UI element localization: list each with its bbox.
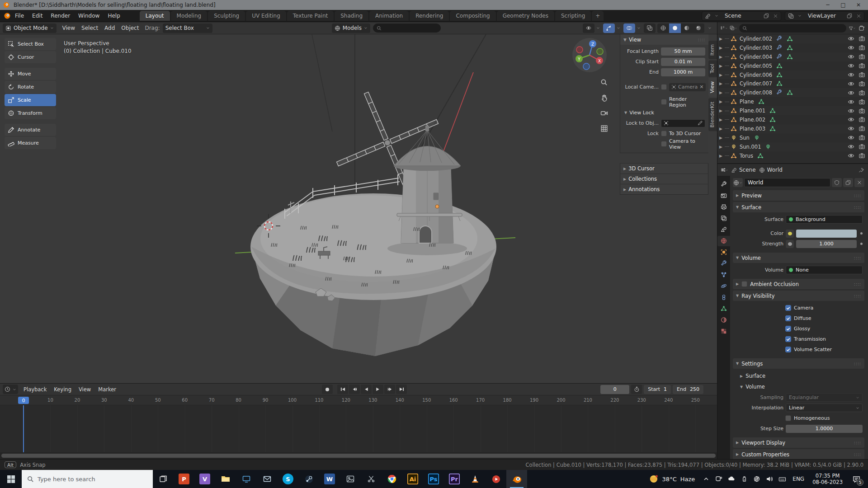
object-name[interactable]: Cylinder.002 [740, 36, 772, 42]
viewport-display-panel-header[interactable]: ▶ Viewport Display :::: [733, 437, 864, 448]
properties-tab-material[interactable] [717, 315, 730, 325]
expand-caret-icon[interactable]: ▶ [719, 108, 723, 113]
outliner-row-cylinder-003[interactable]: ▶Cylinder.003 [717, 43, 868, 52]
object-name[interactable]: Sun [740, 135, 750, 141]
clip-end-field[interactable]: 1000 m [661, 68, 705, 76]
outliner-editor-type-button[interactable] [720, 24, 727, 32]
outliner-row-plane-003[interactable]: ▶Plane.003 [717, 124, 868, 133]
tab-compositing[interactable]: Compositing [450, 11, 495, 21]
timeline-menu-marker[interactable]: Marker [94, 385, 120, 394]
weather-widget[interactable]: 38°C Haze [644, 474, 700, 484]
next-keyframe-button[interactable] [384, 385, 395, 394]
step-size-field[interactable]: 1.0000 [786, 425, 863, 433]
hide-eye-icon[interactable] [848, 89, 854, 96]
n-panel-tab-item[interactable]: Item [708, 41, 717, 59]
vlc-icon[interactable] [465, 470, 486, 488]
chevron-down-icon[interactable] [615, 23, 622, 33]
drag-tool-dropdown[interactable]: Select Box [163, 23, 212, 33]
mesh-data-icon[interactable] [769, 117, 776, 123]
expand-caret-icon[interactable]: ▶ [719, 99, 723, 104]
outliner-row-cylinder-005[interactable]: ▶Cylinder.005 [717, 61, 868, 70]
viewport-menu-view[interactable]: View [59, 23, 78, 33]
homogeneous-checkbox[interactable] [785, 415, 791, 421]
touch-keyboard-icon[interactable] [776, 470, 788, 488]
tool-cursor[interactable]: Cursor [5, 51, 56, 63]
hide-eye-icon[interactable] [848, 44, 854, 51]
outliner-row-cylinder-004[interactable]: ▶Cylinder.004 [717, 52, 868, 61]
glossy-checkbox[interactable] [785, 326, 791, 332]
unlink-x-icon[interactable] [854, 178, 864, 187]
copy-icon[interactable] [846, 12, 853, 19]
disable-render-camera-icon[interactable] [859, 71, 865, 78]
shading-wireframe-button[interactable] [657, 23, 669, 33]
expand-caret-icon[interactable]: ▶ [719, 136, 723, 140]
panel-annotations[interactable]: ▶Annotations [620, 184, 708, 194]
local-camera-checkbox[interactable] [661, 84, 667, 90]
close-icon[interactable] [772, 12, 779, 19]
hide-eye-icon[interactable] [848, 116, 854, 123]
hide-eye-icon[interactable] [848, 80, 854, 87]
modifier-wrench-icon[interactable] [776, 89, 783, 96]
object-name[interactable]: Sun.001 [740, 144, 761, 150]
volume-icon[interactable] [764, 470, 775, 488]
visual-studio-icon[interactable]: V [194, 470, 215, 488]
close-icon[interactable] [855, 12, 862, 19]
eyedropper-icon[interactable] [698, 121, 703, 126]
disable-render-camera-icon[interactable] [859, 116, 865, 123]
mesh-data-icon[interactable] [776, 63, 783, 69]
add-workspace-button[interactable]: + [592, 11, 604, 21]
mesh-data-icon[interactable] [787, 36, 793, 42]
focal-length-field[interactable]: 50 mm [661, 47, 705, 56]
properties-tab-output[interactable] [717, 202, 730, 212]
disable-render-camera-icon[interactable] [859, 44, 865, 51]
jump-to-end-button[interactable] [396, 385, 407, 394]
tool-rotate[interactable]: Rotate [5, 81, 56, 93]
timeline-ruler[interactable]: 0 10203040506070809010011012013014015016… [0, 395, 717, 405]
premiere-pro-icon[interactable]: Pr [444, 470, 465, 488]
previous-keyframe-button[interactable] [349, 385, 360, 394]
show-gizmo-toggle[interactable] [603, 23, 615, 33]
outliner-row-cylinder-007[interactable]: ▶Cylinder.007 [717, 79, 868, 88]
current-frame-field[interactable]: 0 [600, 385, 629, 394]
mesh-data-icon[interactable] [776, 72, 783, 78]
play-button[interactable] [373, 385, 383, 394]
strength-socket-icon[interactable] [786, 240, 794, 248]
outliner-row-plane[interactable]: ▶Plane [717, 97, 868, 106]
disable-render-camera-icon[interactable] [859, 53, 865, 60]
expand-caret-icon[interactable]: ▶ [719, 154, 723, 158]
disable-render-camera-icon[interactable] [859, 125, 865, 132]
task-view-icon[interactable] [153, 470, 174, 488]
scene-selector[interactable]: Scene [702, 11, 781, 21]
outliner-row-cylinder-002[interactable]: ▶Cylinder.002 [717, 34, 868, 43]
hidden-icons-chevron-icon[interactable] [700, 470, 712, 488]
filter-icon[interactable] [849, 24, 856, 32]
disable-render-camera-icon[interactable] [859, 80, 865, 87]
object-name[interactable]: Plane [740, 99, 754, 105]
hide-eye-icon[interactable] [848, 62, 854, 69]
navigation-gizmo[interactable]: Z Y X [571, 37, 608, 73]
viewlayer-selector[interactable]: ViewLayer [785, 11, 864, 21]
chrome-icon[interactable] [382, 470, 402, 488]
tool-select-box[interactable]: Select Box [5, 38, 56, 50]
playhead-badge[interactable]: 0 [18, 397, 29, 404]
volume-panel-header[interactable]: ▼ Volume :::: [733, 253, 864, 263]
properties-tab-object[interactable] [717, 247, 730, 258]
properties-tab-object-data[interactable] [717, 304, 730, 314]
lock-to-object-field[interactable] [661, 119, 705, 127]
volume-scatter-checkbox[interactable] [785, 347, 791, 352]
object-name[interactable]: Cylinder.005 [740, 63, 772, 69]
shading-material-button[interactable] [681, 23, 693, 33]
hide-eye-icon[interactable] [848, 108, 854, 114]
word-icon[interactable]: W [319, 470, 340, 488]
timeline-menu-keying[interactable]: Keying [50, 385, 75, 394]
properties-tab-particles[interactable] [717, 270, 730, 280]
expand-caret-icon[interactable]: ▶ [719, 117, 723, 122]
disable-render-camera-icon[interactable] [859, 108, 865, 114]
viewport-menu-add[interactable]: Add [101, 23, 118, 33]
hide-eye-icon[interactable] [848, 152, 854, 159]
properties-tab-scene[interactable] [717, 225, 730, 235]
media-red-icon[interactable] [486, 470, 506, 488]
transmission-checkbox[interactable] [785, 336, 791, 342]
properties-tab-physics[interactable] [717, 281, 730, 291]
mesh-data-icon[interactable] [787, 54, 793, 60]
